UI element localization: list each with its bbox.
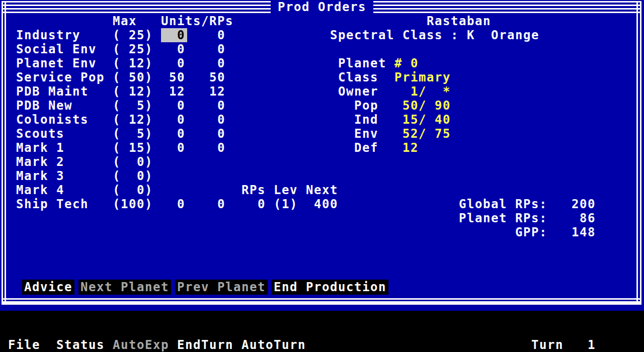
prod-row-units[interactable]: 0 <box>161 127 187 141</box>
units-column-header: Units/RPs <box>161 14 233 28</box>
stat-label: GPP: <box>459 225 547 239</box>
prod-row-label: Mark 3 <box>16 169 64 183</box>
prod-row-units[interactable]: 0 <box>161 113 187 127</box>
prod-row-units[interactable]: 0 <box>161 99 187 113</box>
prod-row-max: ( 12) <box>113 84 153 99</box>
prod-row-label: Mark 4 <box>16 183 64 197</box>
planet-row-label: Planet <box>338 56 386 70</box>
planet-row-value: # 0 <box>394 56 419 70</box>
prod-row-rps: 0 <box>201 42 227 56</box>
prod-row-label: Colonists <box>16 113 89 127</box>
window-border-left-inner <box>5 1 6 305</box>
prod-row-max: ( 5) <box>113 99 153 113</box>
stat-value: 86 <box>555 211 598 225</box>
turn-label: Turn <box>531 338 564 352</box>
prod-orders-window: Prod Orders Max Units/RPs Rastaban Spect… <box>0 0 644 311</box>
planet-row-label: Ind <box>354 113 378 127</box>
prod-row-label: PDB Maint <box>16 84 89 99</box>
prod-row-units[interactable]: 0 <box>161 197 187 211</box>
menu-bar: FileStatusAutoExpEndTurnAutoTurn Turn 1 <box>0 311 644 352</box>
window-title: Prod Orders <box>271 0 373 14</box>
planet-row-value: 52/ 75 <box>394 127 451 141</box>
dos-screen: Prod Orders Max Units/RPs Rastaban Spect… <box>0 0 644 352</box>
tech-rps-value: 0 <box>242 197 268 211</box>
window-border-right-outer <box>640 1 641 305</box>
prod-row-max: ( 15) <box>113 141 153 155</box>
prod-row-label: Ship Tech <box>16 197 89 211</box>
prod-row-rps: 50 <box>201 70 227 84</box>
prod-row-max: ( 0) <box>113 155 153 169</box>
prod-row-rps: 0 <box>201 56 227 70</box>
prod-row-max: ( 0) <box>113 169 153 183</box>
prod-row-label: Mark 2 <box>16 155 64 169</box>
tech-next-header: Next <box>306 183 338 197</box>
stat-value: 148 <box>555 225 598 239</box>
units-input-cursor[interactable]: 0 <box>161 28 187 42</box>
menu-item-status[interactable]: Status <box>56 338 105 352</box>
planet-row-label: Def <box>354 141 378 155</box>
planet-row-label: Env <box>354 127 378 141</box>
tech-lev-value: (1) <box>274 197 298 211</box>
turn-value: 1 <box>588 338 596 352</box>
prod-row-rps: 0 <box>201 197 227 211</box>
planet-row-value: 50/ 90 <box>394 99 451 113</box>
prod-row-label: Industry <box>16 28 80 42</box>
planet-row-value: 1/ * <box>394 84 451 99</box>
star-name: Rastaban <box>427 14 491 28</box>
end-production-button[interactable]: End Production <box>272 280 388 295</box>
prod-row-max: ( 0) <box>113 183 153 197</box>
planet-row-value: 15/ 40 <box>394 113 451 127</box>
prod-row-label: Scouts <box>16 127 64 141</box>
prod-row-label: Planet Env <box>16 56 97 70</box>
prod-row-label: Mark 1 <box>16 141 64 155</box>
prod-row-rps: 12 <box>201 84 227 99</box>
menu-item-file[interactable]: File <box>8 338 40 352</box>
stat-label: Global RPs: <box>459 197 547 211</box>
menu-item-autoexp[interactable]: AutoExp <box>113 338 169 352</box>
next-planet-button[interactable]: Next Planet <box>78 280 171 295</box>
window-border-right-inner <box>636 1 638 305</box>
prod-row-max: ( 50) <box>113 70 153 84</box>
tech-rps-header: RPs <box>242 183 266 197</box>
prod-row-units[interactable]: 0 <box>161 141 187 155</box>
prod-row-max: (100) <box>113 197 153 211</box>
prod-row-rps: 0 <box>201 99 227 113</box>
stat-value: 200 <box>555 197 598 211</box>
spectral-line: Spectral Class : K Orange <box>330 28 539 42</box>
menu-item-autoturn[interactable]: AutoTurn <box>242 338 306 352</box>
window-border-left-outer <box>2 1 3 305</box>
prod-row-units[interactable]: 0 <box>161 56 187 70</box>
prod-row-max: ( 25) <box>113 42 153 56</box>
prod-row-label: Social Env <box>16 42 97 56</box>
prod-row-rps: 0 <box>201 141 227 155</box>
prod-row-label: PDB New <box>16 99 72 113</box>
prod-row-max: ( 5) <box>113 127 153 141</box>
window-border-bottom-1 <box>2 298 641 300</box>
planet-row-label: Owner <box>338 84 378 99</box>
tech-lev-header: Lev <box>274 183 298 197</box>
advice-button[interactable]: Advice <box>22 280 74 295</box>
prev-planet-button[interactable]: Prev Planet <box>175 280 268 295</box>
prod-row-max: ( 12) <box>113 113 153 127</box>
max-column-header: Max <box>113 14 137 28</box>
planet-row-value: 12 <box>394 141 419 155</box>
menu-item-endturn[interactable]: EndTurn <box>177 338 233 352</box>
tech-next-value: 400 <box>306 197 340 211</box>
stat-label: Planet RPs: <box>459 211 547 225</box>
prod-row-rps: 0 <box>201 28 227 42</box>
prod-row-units[interactable]: 12 <box>161 84 187 99</box>
planet-row-label: Class <box>338 70 378 84</box>
prod-row-rps: 0 <box>201 127 227 141</box>
prod-row-rps: 0 <box>201 113 227 127</box>
planet-row-value: Primary <box>394 70 451 84</box>
prod-row-units[interactable]: 0 <box>161 42 187 56</box>
prod-row-units[interactable]: 50 <box>161 70 187 84</box>
window-border-bottom-2 <box>2 301 641 305</box>
prod-row-label: Service Pop <box>16 70 105 84</box>
prod-row-max: ( 25) <box>113 28 153 42</box>
planet-row-label: Pop <box>354 99 378 113</box>
prod-row-max: ( 12) <box>113 56 153 70</box>
